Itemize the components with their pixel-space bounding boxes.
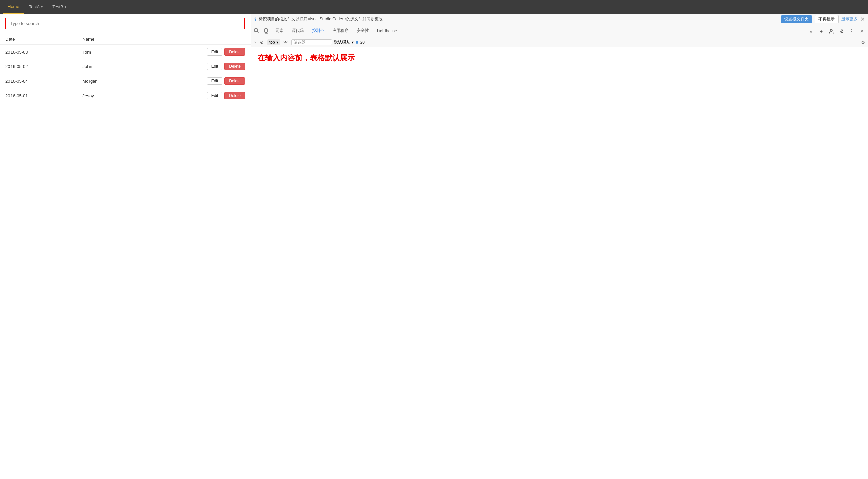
log-level-chevron-icon: ▾ <box>352 40 354 45</box>
devtools-tab-sources[interactable]: 源代码 <box>288 25 308 37</box>
svg-rect-1 <box>265 29 267 32</box>
eye-icon[interactable]: 👁 <box>282 39 289 46</box>
main-layout: Date Name 2016-05-03TomEditDelete2016-05… <box>0 14 868 479</box>
table-row: 2016-05-02JohnEditDelete <box>0 59 251 74</box>
devtools-main-message: 在输入内容前，表格默认展示 <box>258 53 861 63</box>
set-root-button[interactable]: 设置根文件夹 <box>781 15 812 23</box>
info-icon: ℹ <box>254 17 256 22</box>
more-tabs-icon[interactable]: » <box>806 26 816 36</box>
user-settings-icon[interactable] <box>827 26 836 36</box>
cell-actions: EditDelete <box>137 88 251 103</box>
svg-rect-2 <box>266 33 267 34</box>
context-selector[interactable]: top ▾ <box>267 39 280 45</box>
close-notification-icon[interactable]: ✕ <box>860 16 865 22</box>
log-count: 20 <box>360 40 365 45</box>
devtools-menu-icon[interactable]: ⋮ <box>847 26 856 36</box>
app-navbar: HomeTestA▾TestB▾ <box>0 0 868 14</box>
edit-button[interactable]: Edit <box>207 77 223 85</box>
nav-chevron-icon-testA: ▾ <box>41 5 43 9</box>
svg-rect-0 <box>255 29 257 32</box>
edit-button[interactable]: Edit <box>207 48 223 56</box>
no-show-button[interactable]: 不再显示 <box>815 15 839 23</box>
data-table: Date Name 2016-05-03TomEditDelete2016-05… <box>0 34 251 103</box>
log-level-selector[interactable]: 默认级别 ▾ <box>334 39 354 45</box>
cell-actions: EditDelete <box>137 59 251 74</box>
search-input-wrapper <box>5 18 245 29</box>
add-tab-icon[interactable]: + <box>816 26 826 36</box>
search-input[interactable] <box>7 19 243 28</box>
devtools-extra-icons: » + ⚙ ⋮ ✕ <box>806 26 867 36</box>
table-row: 2016-05-01JessyEditDelete <box>0 88 251 103</box>
cell-name: Tom <box>77 45 137 59</box>
devtools-tab-bar: 元素源代码控制台应用程序安全性Lighthouse » + ⚙ ⋮ ✕ <box>251 25 868 37</box>
col-header-name: Name <box>77 34 137 45</box>
cell-name: Jessy <box>77 88 137 103</box>
app-panel: Date Name 2016-05-03TomEditDelete2016-05… <box>0 14 251 479</box>
console-settings-icon[interactable]: ⚙ <box>861 40 865 45</box>
devtools-settings-icon[interactable]: ⚙ <box>837 26 846 36</box>
devtools-close-icon[interactable]: ✕ <box>857 26 867 36</box>
delete-button[interactable]: Delete <box>224 48 245 56</box>
context-chevron-icon: ▾ <box>276 40 278 45</box>
device-toggle-icon[interactable] <box>262 26 271 36</box>
table-row: 2016-05-03TomEditDelete <box>0 45 251 59</box>
delete-button[interactable]: Delete <box>224 92 245 99</box>
nav-item-testB[interactable]: TestB▾ <box>47 0 71 14</box>
devtools-tab-elements[interactable]: 元素 <box>271 25 288 37</box>
devtools-panel: ℹ 标识项目的根文件夹以打开Visual Studio Code中的源文件并同步… <box>251 14 868 479</box>
cell-actions: EditDelete <box>137 74 251 88</box>
svg-point-3 <box>830 29 832 32</box>
nav-chevron-icon-testB: ▾ <box>65 5 66 9</box>
col-header-actions <box>137 34 251 45</box>
log-level-label: 默认级别 <box>334 39 350 45</box>
devtools-tab-application[interactable]: 应用程序 <box>328 25 353 37</box>
expand-arrow-icon[interactable]: › <box>254 39 256 45</box>
nav-item-home[interactable]: Home <box>3 0 24 14</box>
filter-input[interactable] <box>291 39 332 45</box>
cell-date: 2016-05-04 <box>0 74 77 88</box>
table-header: Date Name <box>0 34 251 45</box>
log-count-dot <box>356 41 358 44</box>
inspect-element-icon[interactable] <box>252 26 262 36</box>
nav-item-testA[interactable]: TestA▾ <box>24 0 48 14</box>
table-row: 2016-05-04MorganEditDelete <box>0 74 251 88</box>
search-area <box>0 14 251 34</box>
devtools-notification-bar: ℹ 标识项目的根文件夹以打开Visual Studio Code中的源文件并同步… <box>251 14 868 25</box>
cell-date: 2016-05-01 <box>0 88 77 103</box>
clear-console-icon[interactable]: ⊘ <box>258 39 265 46</box>
delete-button[interactable]: Delete <box>224 77 245 85</box>
cell-name: Morgan <box>77 74 137 88</box>
table-body: 2016-05-03TomEditDelete2016-05-02JohnEdi… <box>0 45 251 103</box>
notification-text: 标识项目的根文件夹以打开Visual Studio Code中的源文件并同步更改… <box>259 16 778 22</box>
cell-date: 2016-05-03 <box>0 45 77 59</box>
cell-name: John <box>77 59 137 74</box>
col-header-date: Date <box>0 34 77 45</box>
devtools-tab-console[interactable]: 控制台 <box>308 25 328 37</box>
edit-button[interactable]: Edit <box>207 63 223 70</box>
edit-button[interactable]: Edit <box>207 92 223 99</box>
devtools-tab-security[interactable]: 安全性 <box>353 25 373 37</box>
show-more-button[interactable]: 显示更多 <box>841 16 857 22</box>
cell-date: 2016-05-02 <box>0 59 77 74</box>
devtools-content: 在输入内容前，表格默认展示 <box>251 47 868 479</box>
delete-button[interactable]: Delete <box>224 63 245 70</box>
devtools-toolbar: › ⊘ top ▾ 👁 默认级别 ▾ 20 ⚙ <box>251 37 868 47</box>
devtools-tab-lighthouse[interactable]: Lighthouse <box>373 25 401 37</box>
top-label: top <box>269 40 275 45</box>
cell-actions: EditDelete <box>137 45 251 59</box>
